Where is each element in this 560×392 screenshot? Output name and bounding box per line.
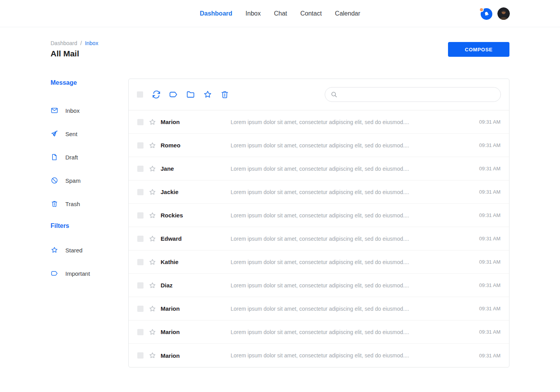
label-icon[interactable] <box>169 90 178 99</box>
row-checkbox[interactable] <box>137 236 144 242</box>
mail-preview: Lorem ipsum dolor sit amet, consectetur … <box>231 236 471 242</box>
sidebar-item-trash[interactable]: Trash <box>51 192 128 215</box>
row-checkbox[interactable] <box>137 259 144 265</box>
breadcrumb: Dashboard / Inbox <box>51 40 509 46</box>
breadcrumb-inbox[interactable]: Inbox <box>85 40 98 46</box>
mail-row[interactable]: MarionLorem ipsum dolor sit amet, consec… <box>129 110 509 134</box>
row-checkbox[interactable] <box>137 329 144 335</box>
star-icon[interactable] <box>149 212 156 219</box>
star-icon[interactable] <box>149 188 156 196</box>
mail-row[interactable]: KathieLorem ipsum dolor sit amet, consec… <box>129 250 509 274</box>
mail-row[interactable]: JackieLorem ipsum dolor sit amet, consec… <box>129 180 509 204</box>
row-checkbox[interactable] <box>137 166 144 172</box>
app-header: DashboardInboxChatContactCalendar <box>0 0 560 27</box>
mail-time: 09:31 AM <box>479 306 500 312</box>
mail-row[interactable]: RockiesLorem ipsum dolor sit amet, conse… <box>129 204 509 227</box>
nav-item-contact[interactable]: Contact <box>300 10 322 17</box>
star-icon[interactable] <box>149 142 156 149</box>
row-checkbox[interactable] <box>137 306 144 312</box>
mail-time: 09:31 AM <box>479 212 500 218</box>
row-checkbox[interactable] <box>137 352 144 359</box>
mail-row[interactable]: MarionLorem ipsum dolor sit amet, consec… <box>129 297 509 320</box>
label-icon <box>51 270 58 277</box>
toolbar-icons <box>152 90 229 99</box>
notification-badge <box>479 7 484 12</box>
search-box <box>325 87 501 102</box>
mail-time: 09:31 AM <box>479 119 500 125</box>
mail-row[interactable]: RomeoLorem ipsum dolor sit amet, consect… <box>129 134 509 157</box>
page-head: Dashboard / Inbox All Mail COMPOSE <box>51 27 509 58</box>
notifications-button[interactable] <box>479 7 492 20</box>
user-avatar[interactable] <box>497 7 510 20</box>
row-checkbox[interactable] <box>137 142 144 149</box>
nav-item-calendar[interactable]: Calendar <box>335 10 360 17</box>
row-checkbox[interactable] <box>137 282 144 289</box>
mail-preview: Lorem ipsum dolor sit amet, consectetur … <box>231 212 471 219</box>
mail-row[interactable]: JaneLorem ipsum dolor sit amet, consecte… <box>129 157 509 180</box>
mail-sender: Kathie <box>161 259 231 265</box>
sidebar-item-stared[interactable]: Stared <box>51 238 128 262</box>
star-icon[interactable] <box>149 258 156 266</box>
breadcrumb-dashboard[interactable]: Dashboard <box>51 40 77 46</box>
sidebar-item-sent[interactable]: Sent <box>51 122 128 145</box>
sidebar-item-label: Stared <box>65 247 82 254</box>
trash-icon[interactable] <box>220 90 229 99</box>
mail-sender: Marion <box>161 352 231 359</box>
select-all-checkbox[interactable] <box>137 91 143 98</box>
star-icon[interactable] <box>149 165 156 173</box>
mail-row[interactable]: EdwardLorem ipsum dolor sit amet, consec… <box>129 227 509 250</box>
nav-item-dashboard[interactable]: Dashboard <box>200 10 233 17</box>
sidebar-item-important[interactable]: Important <box>51 262 128 285</box>
star-icon[interactable] <box>149 352 156 359</box>
mail-time: 09:31 AM <box>479 329 500 335</box>
inbox-icon <box>51 107 58 114</box>
star-icon[interactable] <box>149 328 156 336</box>
mail-sender: Jackie <box>161 189 231 195</box>
mail-time: 09:31 AM <box>479 189 500 195</box>
mail-row[interactable]: MarionLorem ipsum dolor sit amet, consec… <box>129 320 509 344</box>
sidebar-item-spam[interactable]: Spam <box>51 169 128 192</box>
sidebar-item-label: Sent <box>65 131 77 137</box>
mail-time: 09:31 AM <box>479 259 500 265</box>
sidebar-item-label: Draft <box>65 154 78 161</box>
mail-preview: Lorem ipsum dolor sit amet, consectetur … <box>231 259 471 265</box>
sidebar-item-inbox[interactable]: Inbox <box>51 99 128 122</box>
mail-time: 09:31 AM <box>479 236 500 242</box>
nav-item-chat[interactable]: Chat <box>274 10 287 17</box>
spam-icon <box>51 177 58 184</box>
row-checkbox[interactable] <box>137 189 144 195</box>
mail-toolbar <box>129 79 509 110</box>
star-icon[interactable] <box>149 118 156 126</box>
breadcrumb-separator: / <box>80 40 82 46</box>
sidebar-item-draft[interactable]: Draft <box>51 145 128 169</box>
sidebar-section-title-filters: Filters <box>51 222 128 230</box>
mail-preview: Lorem ipsum dolor sit amet, consectetur … <box>231 306 471 312</box>
search-input[interactable] <box>341 91 495 98</box>
mail-sender: Marion <box>161 119 231 125</box>
mail-preview: Lorem ipsum dolor sit amet, consectetur … <box>231 352 471 359</box>
star-icon[interactable] <box>203 90 212 99</box>
mail-row[interactable]: DiazLorem ipsum dolor sit amet, consecte… <box>129 274 509 297</box>
mail-preview: Lorem ipsum dolor sit amet, consectetur … <box>231 189 471 195</box>
nav-item-inbox[interactable]: Inbox <box>245 10 261 17</box>
sidebar-item-label: Spam <box>65 177 80 184</box>
mail-sender: Jane <box>161 165 231 172</box>
compose-button[interactable]: COMPOSE <box>448 42 509 57</box>
mail-sender: Rockies <box>161 212 231 219</box>
star-icon[interactable] <box>149 282 156 289</box>
header-right <box>479 0 510 27</box>
draft-icon <box>51 153 58 161</box>
row-checkbox[interactable] <box>137 212 144 219</box>
refresh-icon[interactable] <box>152 90 161 99</box>
star-icon[interactable] <box>149 235 156 243</box>
star-icon[interactable] <box>149 305 156 313</box>
sidebar-item-label: Inbox <box>65 107 80 114</box>
folder-icon[interactable] <box>186 90 195 99</box>
trash-icon <box>51 200 58 208</box>
mail-time: 09:31 AM <box>479 166 500 172</box>
mail-row[interactable]: MarionLorem ipsum dolor sit amet, consec… <box>129 344 509 367</box>
row-checkbox[interactable] <box>137 119 144 125</box>
sidebar-section-title-message: Message <box>51 79 128 87</box>
mail-sender: Marion <box>161 305 231 312</box>
sidebar-item-label: Trash <box>65 201 80 207</box>
